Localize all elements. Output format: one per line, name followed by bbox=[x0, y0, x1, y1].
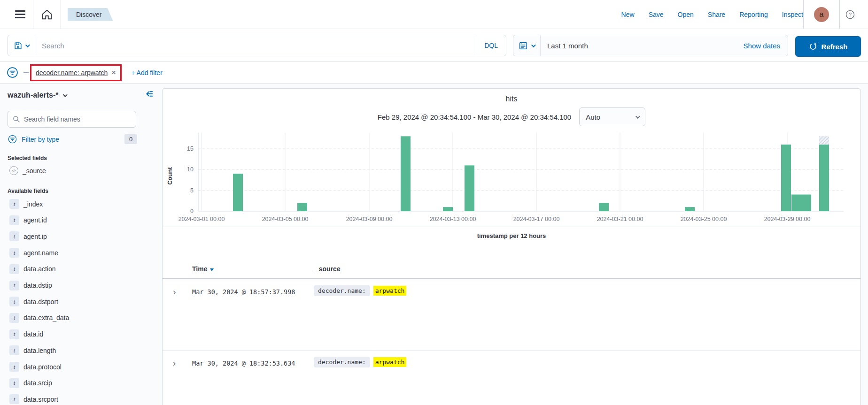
remove-filter-icon[interactable]: × bbox=[111, 69, 116, 76]
sidebar-field-item[interactable]: tagent.name bbox=[9, 248, 58, 258]
nav-divider bbox=[803, 0, 804, 29]
field-type-icon: t bbox=[9, 345, 19, 355]
fields-sidebar: wazuh-alerts-* F bbox=[0, 84, 162, 405]
filter-count-badge: 0 bbox=[124, 134, 137, 144]
field-label: data.length bbox=[23, 347, 56, 354]
menu-icon[interactable] bbox=[8, 0, 33, 29]
help-button[interactable]: ? bbox=[840, 0, 860, 29]
partial-bucket-overlay bbox=[819, 136, 829, 145]
histogram-bar[interactable] bbox=[465, 165, 474, 211]
filter-pill[interactable]: decoder.name: arpwatch × bbox=[36, 69, 116, 76]
histogram-bar[interactable] bbox=[401, 136, 411, 211]
x-axis-tick: 2024-03-09 00:00 bbox=[346, 216, 393, 222]
field-label: _index bbox=[23, 200, 43, 208]
show-dates-button[interactable]: Show dates bbox=[744, 42, 788, 50]
histogram-svg: 051015Count2024-03-01 00:002024-03-05 00… bbox=[163, 129, 860, 223]
chevron-down-icon bbox=[531, 43, 536, 47]
nav-link-inspect[interactable]: Inspect bbox=[782, 11, 803, 18]
help-icon: ? bbox=[845, 9, 855, 20]
query-bar-row: DQL Last 1 month Show dates Refresh bbox=[0, 29, 868, 62]
field-label: data.protocol bbox=[23, 363, 62, 371]
sidebar-field-item[interactable]: t_index bbox=[9, 199, 43, 209]
sidebar-field-item[interactable]: tdata.extra_data bbox=[9, 313, 69, 323]
time-range-value[interactable]: Last 1 month bbox=[541, 42, 588, 50]
table-row: › Mar 30, 2024 @ 18:32:53.634 decoder.na… bbox=[163, 351, 860, 405]
sort-desc-icon[interactable] bbox=[210, 268, 214, 271]
sidebar-field-item[interactable]: tdata.protocol bbox=[9, 362, 62, 372]
row-timestamp: Mar 30, 2024 @ 18:32:53.634 bbox=[192, 359, 295, 367]
nav-link-open[interactable]: Open bbox=[678, 11, 694, 18]
collapse-sidebar-button[interactable] bbox=[145, 89, 154, 100]
top-nav-bar: Discover New Save Open Share Reporting I… bbox=[0, 0, 868, 29]
interval-value: Auto bbox=[586, 113, 600, 121]
highlighted-value: arpwatch bbox=[373, 357, 407, 367]
sidebar-field-item[interactable]: tagent.ip bbox=[9, 231, 47, 241]
field-search-box bbox=[8, 111, 136, 128]
breadcrumb[interactable]: Discover bbox=[68, 8, 113, 21]
search-input[interactable] bbox=[35, 42, 476, 50]
query-input-container: DQL bbox=[8, 35, 506, 56]
chevron-down-icon bbox=[63, 92, 68, 97]
filter-icon bbox=[6, 66, 19, 79]
sidebar-field-item[interactable]: tdata.srcip bbox=[9, 378, 52, 388]
nav-link-reporting[interactable]: Reporting bbox=[739, 11, 768, 18]
time-column-header[interactable]: Time bbox=[192, 265, 214, 273]
home-button[interactable] bbox=[33, 0, 61, 29]
nav-link-share[interactable]: Share bbox=[708, 11, 725, 18]
index-pattern-selector[interactable]: wazuh-alerts-* bbox=[8, 91, 66, 99]
sidebar-field-item[interactable]: tdata.length bbox=[9, 345, 56, 355]
expand-row-icon[interactable]: › bbox=[173, 359, 176, 367]
histogram-bar[interactable] bbox=[819, 145, 829, 211]
histogram-title: hits bbox=[163, 95, 860, 103]
nav-link-new[interactable]: New bbox=[621, 11, 635, 18]
filter-by-type-button[interactable]: Filter by type 0 bbox=[8, 134, 137, 144]
chart-divider bbox=[163, 227, 860, 227]
filter-options-button[interactable] bbox=[4, 62, 21, 84]
sidebar-field-item[interactable]: tdata.dstport bbox=[9, 297, 58, 306]
histogram-bar[interactable] bbox=[599, 203, 609, 211]
field-type-icon: t bbox=[9, 215, 19, 225]
query-language-button[interactable]: DQL bbox=[476, 35, 506, 56]
sidebar-field-item[interactable]: tdata.id bbox=[9, 329, 43, 339]
x-axis-tick: 2024-03-25 00:00 bbox=[681, 216, 727, 222]
histogram-bar[interactable] bbox=[801, 195, 811, 211]
histogram-bar[interactable] bbox=[443, 207, 453, 211]
interval-select[interactable]: Auto bbox=[579, 107, 645, 126]
histogram-time-range: Feb 29, 2024 @ 20:34:54.100 - Mar 30, 20… bbox=[378, 113, 571, 121]
field-type-icon: t bbox=[9, 281, 19, 290]
source-field-chip: decoder.name: bbox=[314, 357, 370, 367]
nav-link-save[interactable]: Save bbox=[649, 11, 664, 18]
source-field-icon: </> bbox=[9, 166, 18, 175]
expand-row-icon[interactable]: › bbox=[173, 287, 176, 296]
field-type-icon: t bbox=[9, 378, 19, 388]
sidebar-field-source[interactable]: </> _source bbox=[9, 166, 46, 175]
field-search-input[interactable] bbox=[24, 115, 131, 123]
field-label: data.action bbox=[23, 265, 56, 273]
histogram-bar[interactable] bbox=[297, 203, 307, 211]
histogram-bar[interactable] bbox=[781, 145, 791, 211]
refresh-button[interactable]: Refresh bbox=[795, 36, 861, 57]
histogram-bar[interactable] bbox=[685, 207, 695, 211]
histogram-bar[interactable] bbox=[233, 174, 243, 211]
sidebar-field-item[interactable]: tdata.srcport bbox=[9, 394, 58, 404]
available-fields-heading: Available fields bbox=[8, 188, 48, 194]
field-type-icon: t bbox=[9, 297, 19, 306]
sidebar-field-item[interactable]: tagent.id bbox=[9, 215, 47, 225]
user-avatar[interactable]: a bbox=[814, 7, 829, 22]
x-axis-tick: 2024-03-17 00:00 bbox=[513, 216, 560, 222]
y-axis-label: Count bbox=[166, 167, 173, 185]
sidebar-field-item[interactable]: tdata.dstip bbox=[9, 281, 52, 290]
field-type-icon: t bbox=[9, 329, 19, 339]
hits-histogram: 051015Count2024-03-01 00:002024-03-05 00… bbox=[163, 129, 860, 223]
histogram-bar[interactable] bbox=[791, 195, 801, 211]
quick-select-button[interactable] bbox=[513, 35, 541, 56]
selected-fields-heading: Selected fields bbox=[8, 155, 47, 161]
sidebar-field-item[interactable]: tdata.action bbox=[9, 264, 56, 274]
nav-divider bbox=[61, 0, 61, 29]
saved-query-button[interactable] bbox=[8, 35, 35, 56]
add-filter-button[interactable]: + Add filter bbox=[131, 69, 163, 76]
field-label: data.dstport bbox=[23, 298, 58, 306]
filter-type-icon bbox=[8, 134, 17, 144]
time-header-label: Time bbox=[192, 265, 207, 273]
field-type-icon: t bbox=[9, 362, 19, 372]
